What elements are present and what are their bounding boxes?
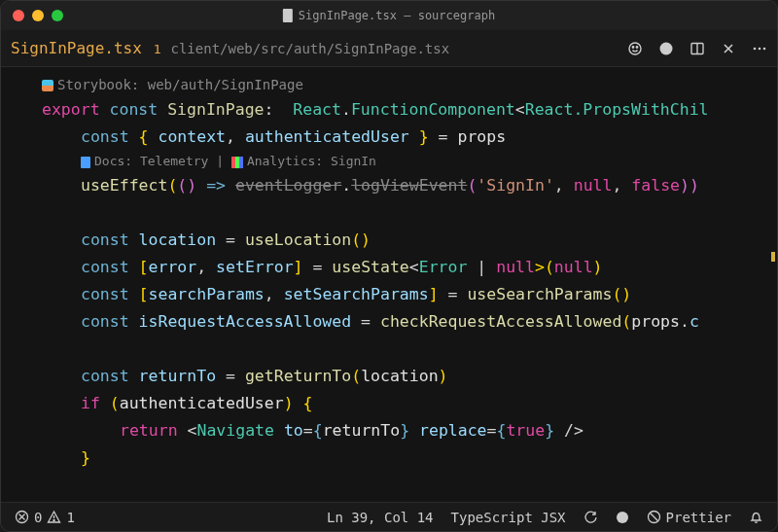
code-line[interactable]: const returnTo = getReturnTo(location) — [42, 363, 777, 390]
docs-codelens[interactable]: Docs: Telemetry | Analytics: SignIn — [42, 151, 777, 172]
cursor-position[interactable]: Ln 39, Col 14 — [327, 510, 434, 525]
close-icon[interactable] — [721, 41, 736, 56]
storybook-codelens[interactable]: Storybook: web/auth/SignInPage — [42, 73, 777, 96]
traffic-lights — [13, 10, 63, 21]
cody-icon[interactable] — [616, 511, 629, 524]
svg-point-8 — [754, 47, 757, 50]
sync-icon[interactable] — [584, 510, 598, 524]
analytics-icon — [231, 157, 243, 168]
code-line[interactable]: const { context, authenticatedUser } = p… — [42, 124, 777, 151]
svg-point-0 — [629, 43, 641, 54]
code-line[interactable]: useEffect(() => eventLogger.logViewEvent… — [42, 172, 777, 199]
window-title-text: SignInPage.tsx — sourcegraph — [299, 9, 495, 22]
problems-status[interactable]: 0 1 — [15, 510, 75, 525]
editor[interactable]: Storybook: web/auth/SignInPage export co… — [1, 67, 777, 502]
code-line[interactable]: const [error, setError] = useState<Error… — [42, 254, 777, 281]
file-icon — [283, 9, 293, 22]
warning-icon — [47, 510, 61, 524]
code-line[interactable]: } — [42, 444, 777, 472]
svg-point-2 — [636, 46, 637, 47]
titlebar: SignInPage.tsx — sourcegraph — [1, 1, 777, 30]
maximize-window-button[interactable] — [52, 10, 63, 21]
code-line[interactable]: const [searchParams, setSearchParams] = … — [42, 281, 777, 308]
gear-icon[interactable] — [658, 41, 674, 56]
minimize-window-button[interactable] — [32, 10, 44, 21]
code-line[interactable]: if (authenticatedUser) { — [42, 390, 777, 417]
split-editor-icon[interactable] — [690, 41, 705, 56]
code-line[interactable]: const isRequestAccessAllowed = checkRequ… — [42, 308, 777, 336]
prohibited-icon — [647, 510, 661, 524]
code-line[interactable]: const location = useLocation() — [42, 227, 777, 254]
svg-point-16 — [617, 512, 628, 523]
code-line[interactable]: return <Navigate to={returnTo} replace={… — [42, 417, 777, 444]
blank-line[interactable] — [42, 336, 777, 363]
docs-icon — [81, 157, 90, 168]
code-line[interactable]: export const SignInPage: React.FunctionC… — [42, 96, 777, 124]
svg-point-10 — [763, 47, 766, 50]
close-window-button[interactable] — [13, 10, 24, 21]
svg-point-9 — [759, 47, 761, 50]
svg-point-1 — [632, 46, 633, 47]
breadcrumb[interactable]: client/web/src/auth/SignInPage.tsx — [171, 41, 450, 56]
svg-point-3 — [660, 42, 673, 54]
storybook-icon — [42, 80, 53, 91]
blank-line[interactable] — [42, 199, 777, 227]
window-title: SignInPage.tsx — sourcegraph — [283, 9, 495, 22]
smile-icon[interactable] — [627, 41, 643, 56]
minimap-indicator — [771, 252, 775, 262]
bell-icon[interactable] — [749, 510, 763, 524]
tab-filename[interactable]: SignInPage.tsx — [11, 39, 142, 57]
svg-line-18 — [650, 513, 657, 520]
tab-modified-count: 1 — [154, 42, 161, 56]
prettier-status[interactable]: Prettier — [647, 510, 731, 525]
status-bar: 0 1 Ln 39, Col 14 TypeScript JSX Prettie… — [1, 502, 777, 531]
language-mode[interactable]: TypeScript JSX — [451, 510, 566, 525]
tab-bar: SignInPage.tsx 1 client/web/src/auth/Sig… — [1, 30, 777, 67]
error-icon — [15, 510, 29, 524]
more-icon[interactable] — [752, 41, 767, 56]
svg-point-15 — [53, 519, 54, 520]
